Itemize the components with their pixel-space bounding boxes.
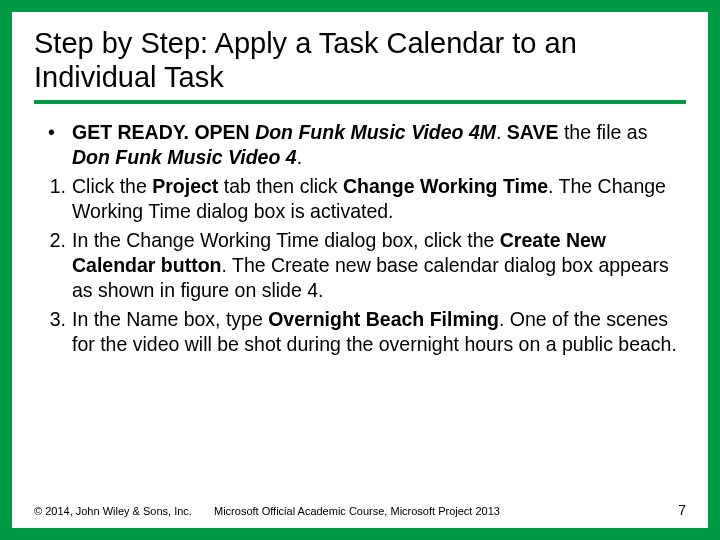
- text-run: .: [297, 146, 302, 168]
- text-run: Click the: [72, 175, 152, 197]
- footer-page-number: 7: [646, 502, 686, 518]
- slide-footer: © 2014, John Wiley & Sons, Inc. Microsof…: [34, 496, 686, 518]
- steps-list: 1. Click the Project tab then click Chan…: [34, 174, 686, 357]
- step-item: 2. In the Change Working Time dialog box…: [34, 228, 686, 303]
- text-run: Change Working Time: [343, 175, 548, 197]
- slide-body: GET READY. OPEN Don Funk Music Video 4M.…: [34, 120, 686, 496]
- text-run: In the Change Working Time dialog box, c…: [72, 229, 500, 251]
- step-item: 3. In the Name box, type Overnight Beach…: [34, 307, 686, 357]
- text-run: Project: [152, 175, 224, 197]
- text-run: In the Name box, type: [72, 308, 268, 330]
- footer-copyright: © 2014, John Wiley & Sons, Inc.: [34, 505, 214, 517]
- text-run: SAVE: [507, 121, 564, 143]
- footer-course: Microsoft Official Academic Course, Micr…: [214, 505, 646, 517]
- text-run: Don Funk Music Video 4M: [255, 121, 496, 143]
- text-run: the file as: [564, 121, 647, 143]
- step-item: 1. Click the Project tab then click Chan…: [34, 174, 686, 224]
- step-number: 1.: [38, 174, 66, 199]
- slide-title: Step by Step: Apply a Task Calendar to a…: [34, 26, 686, 94]
- text-run: .: [496, 121, 507, 143]
- text-run: tab then click: [224, 175, 343, 197]
- title-rule: [34, 100, 686, 104]
- text-run: Overnight Beach Filming: [268, 308, 499, 330]
- step-number: 2.: [38, 228, 66, 253]
- intro-bullet-list: GET READY. OPEN Don Funk Music Video 4M.…: [34, 120, 686, 170]
- slide: Step by Step: Apply a Task Calendar to a…: [12, 12, 708, 528]
- intro-bullet: GET READY. OPEN Don Funk Music Video 4M.…: [34, 120, 686, 170]
- step-number: 3.: [38, 307, 66, 332]
- text-run: GET READY. OPEN: [72, 121, 255, 143]
- text-run: Don Funk Music Video 4: [72, 146, 297, 168]
